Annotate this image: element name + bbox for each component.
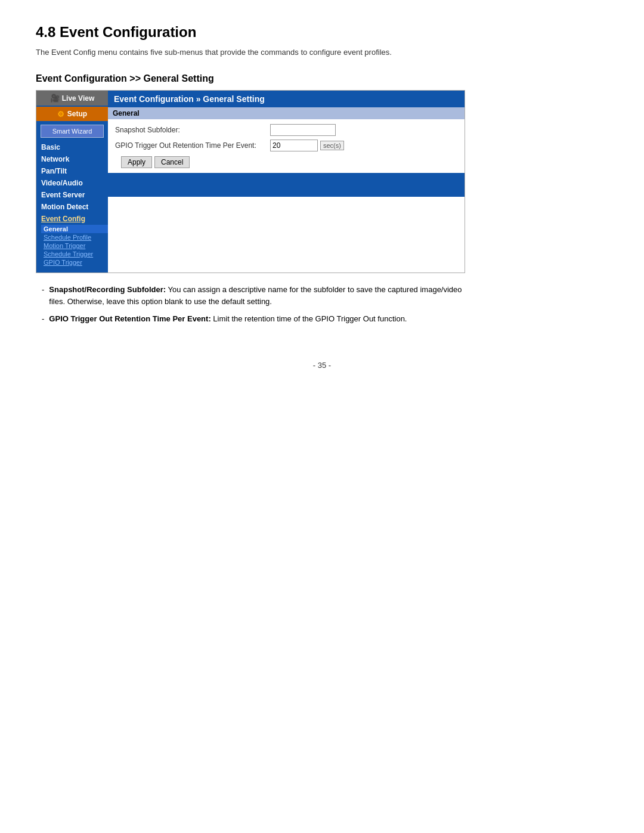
gpio-label: GPIO Trigger Out Retention Time Per Even… — [115, 141, 270, 150]
snapshot-label: Snapshot Subfolder: — [115, 126, 270, 134]
subnav-schedule-trigger[interactable]: Schedule Trigger — [41, 250, 108, 258]
bullet-dash-2: - — [36, 313, 44, 325]
bullet-section: - Snapshot/Recording Subfolder: You can … — [36, 284, 465, 325]
form-area: Snapshot Subfolder: GPIO Trigger Out Ret… — [108, 119, 465, 173]
apply-button[interactable]: Apply — [121, 156, 152, 168]
cancel-button[interactable]: Cancel — [154, 156, 190, 168]
sidebar-item-eventconfig[interactable]: Event Config — [36, 213, 108, 225]
bullet-text-2: GPIO Trigger Out Retention Time Per Even… — [49, 313, 407, 325]
section-heading: Event Configuration >> General Setting — [36, 73, 608, 84]
setup-button[interactable]: ⚙ Setup — [36, 107, 108, 121]
gpio-unit: sec(s) — [320, 141, 344, 150]
page-number: - 35 - — [313, 361, 331, 370]
button-row: Apply Cancel — [121, 156, 457, 168]
sidebar-item-videoaudio[interactable]: Video/Audio — [36, 177, 108, 189]
smartwizard-button[interactable]: Smart Wizard — [41, 125, 104, 138]
event-config-subnav: General Schedule Profile Motion Trigger … — [36, 225, 108, 267]
dark-footer — [108, 173, 465, 197]
bullet-dash-1: - — [36, 284, 44, 296]
subnav-motion-trigger[interactable]: Motion Trigger — [41, 241, 108, 250]
bullet-bold-1: Snapshot/Recording Subfolder: — [49, 285, 166, 294]
liveview-button[interactable]: 🎥 Live View — [36, 91, 108, 106]
intro-text: The Event Config menu contains five sub-… — [36, 48, 608, 57]
gpio-row: GPIO Trigger Out Retention Time Per Even… — [115, 140, 457, 151]
sidebar-item-basic[interactable]: Basic — [36, 141, 108, 153]
main-header-text: Event Configuration » General Setting — [114, 94, 265, 104]
subnav-general[interactable]: General — [41, 225, 108, 233]
page-title: 4.8 Event Configuration — [36, 24, 608, 41]
setup-label: Setup — [67, 110, 87, 118]
bullet-bold-2: GPIO Trigger Out Retention Time Per Even… — [49, 314, 210, 323]
camera-icon: 🎥 — [50, 94, 60, 103]
section-bar-label: General — [113, 109, 140, 117]
sidebar-item-network[interactable]: Network — [36, 153, 108, 165]
sidebar: 🎥 Live View ⚙ Setup Smart Wizard Basic N… — [36, 91, 108, 272]
subnav-schedule-profile[interactable]: Schedule Profile — [41, 233, 108, 241]
section-bar: General — [108, 107, 465, 119]
bullet-item-1: - Snapshot/Recording Subfolder: You can … — [36, 284, 465, 307]
main-content: Event Configuration » General Setting Ge… — [108, 91, 465, 272]
sidebar-item-pantilt[interactable]: Pan/Tilt — [36, 165, 108, 177]
snapshot-row: Snapshot Subfolder: — [115, 124, 457, 136]
gear-icon: ⚙ — [57, 110, 65, 118]
bullet-text-1: Snapshot/Recording Subfolder: You can as… — [49, 284, 465, 307]
snapshot-input[interactable] — [270, 124, 336, 136]
gpio-input[interactable] — [270, 140, 318, 151]
sidebar-item-motiondetect[interactable]: Motion Detect — [36, 201, 108, 213]
ui-panel: 🎥 Live View ⚙ Setup Smart Wizard Basic N… — [36, 90, 465, 273]
subnav-gpio-trigger[interactable]: GPIO Trigger — [41, 258, 108, 267]
main-header: Event Configuration » General Setting — [108, 91, 465, 107]
bullet-item-2: - GPIO Trigger Out Retention Time Per Ev… — [36, 313, 465, 325]
sidebar-item-eventserver[interactable]: Event Server — [36, 189, 108, 201]
page-footer: - 35 - — [36, 361, 608, 370]
smartwizard-label: Smart Wizard — [52, 128, 92, 135]
liveview-label: Live View — [62, 94, 94, 103]
